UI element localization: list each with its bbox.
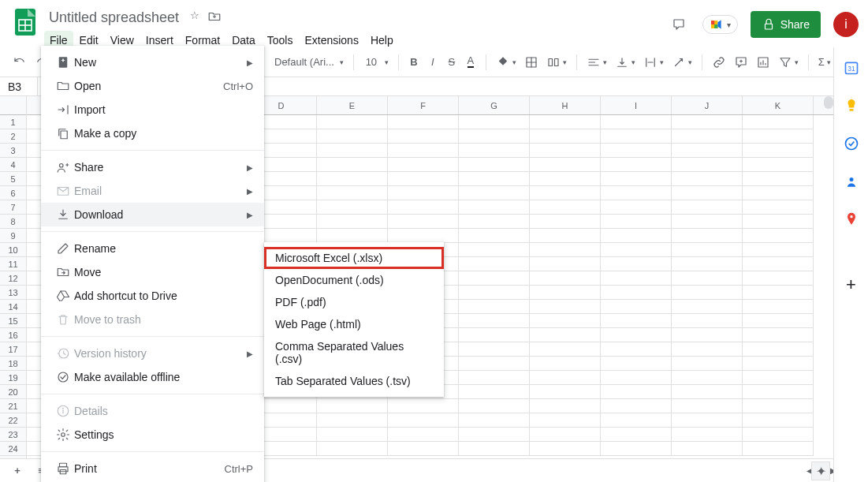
row-header[interactable]: 1 xyxy=(0,115,26,129)
download-icon xyxy=(52,207,74,222)
bold-button[interactable]: B xyxy=(405,53,423,72)
row-header[interactable]: 23 xyxy=(0,428,26,442)
row-header[interactable]: 20 xyxy=(0,385,26,399)
filter-button[interactable] xyxy=(775,53,802,72)
avatar[interactable]: i xyxy=(833,12,859,37)
contacts-icon[interactable] xyxy=(844,174,859,189)
row-header[interactable]: 7 xyxy=(0,200,26,215)
menu-move-trash[interactable]: Move to trash xyxy=(41,308,264,331)
move-to-folder-icon[interactable] xyxy=(207,9,222,26)
menu-tools[interactable]: Tools xyxy=(262,31,299,50)
row-header[interactable]: 15 xyxy=(0,314,26,328)
row-header[interactable]: 16 xyxy=(0,328,26,342)
menu-rename[interactable]: Rename xyxy=(41,237,264,260)
row-header[interactable]: 19 xyxy=(0,371,26,385)
download-html[interactable]: Web Page (.html) xyxy=(264,313,444,335)
row-header[interactable]: 24 xyxy=(0,442,26,456)
strikethrough-button[interactable]: S xyxy=(443,53,460,72)
submenu-arrow-icon: ▶ xyxy=(247,349,253,358)
share-button[interactable]: Share xyxy=(751,11,821,38)
column-header[interactable]: G xyxy=(459,96,530,114)
row-header[interactable]: 18 xyxy=(0,357,26,371)
menu-extensions[interactable]: Extensions xyxy=(299,31,363,50)
row-header[interactable]: 14 xyxy=(0,300,26,314)
insert-link-button[interactable] xyxy=(709,53,729,72)
menu-email[interactable]: Email ▶ xyxy=(41,179,264,203)
row-header[interactable]: 17 xyxy=(0,342,26,357)
text-color-button[interactable]: A xyxy=(462,53,479,72)
menu-details[interactable]: Details xyxy=(41,399,264,423)
menu-print[interactable]: Print Ctrl+P xyxy=(41,457,264,480)
row-header[interactable]: 3 xyxy=(0,144,26,158)
name-box[interactable]: B3 xyxy=(0,77,38,95)
maps-icon[interactable] xyxy=(844,211,859,227)
row-header[interactable]: 22 xyxy=(0,413,26,428)
font-size-selector[interactable]: 10 xyxy=(360,54,392,69)
star-icon[interactable]: ☆ xyxy=(190,9,199,26)
row-header[interactable]: 5 xyxy=(0,172,26,186)
tasks-icon[interactable] xyxy=(844,136,859,151)
menu-help[interactable]: Help xyxy=(365,31,399,50)
row-header[interactable]: 6 xyxy=(0,186,26,200)
add-sheet-button[interactable]: + xyxy=(6,461,28,480)
column-header[interactable]: K xyxy=(743,96,814,114)
svg-rect-9 xyxy=(554,58,558,65)
svg-point-35 xyxy=(58,372,68,382)
download-xlsx[interactable]: Microsoft Excel (.xlsx) xyxy=(264,247,444,269)
column-header[interactable]: E xyxy=(317,96,388,114)
download-tsv[interactable]: Tab Separated Values (.tsv) xyxy=(264,370,444,392)
svg-rect-28 xyxy=(59,57,68,68)
menu-share[interactable]: Share ▶ xyxy=(41,155,264,179)
row-header[interactable]: 10 xyxy=(0,243,26,257)
undo-button[interactable] xyxy=(9,53,30,72)
insert-chart-button[interactable] xyxy=(753,53,773,72)
row-header[interactable]: 2 xyxy=(0,129,26,144)
comments-icon[interactable] xyxy=(668,13,690,35)
menu-add-shortcut[interactable]: Add shortcut to Drive xyxy=(41,284,264,308)
menu-version-history[interactable]: Version history ▶ xyxy=(41,342,264,365)
explore-button[interactable]: ✦ xyxy=(811,461,830,480)
font-selector[interactable]: Default (Ari... xyxy=(271,54,347,69)
row-header[interactable]: 21 xyxy=(0,399,26,413)
menu-open[interactable]: Open Ctrl+O xyxy=(41,74,264,98)
horizontal-align-button[interactable] xyxy=(583,53,610,72)
menu-make-copy[interactable]: Make a copy xyxy=(41,121,264,145)
document-title[interactable]: Untitled spreadsheet xyxy=(44,8,184,28)
menu-download[interactable]: Download ▶ xyxy=(41,203,264,226)
merge-cells-button[interactable] xyxy=(543,53,570,72)
row-header[interactable]: 8 xyxy=(0,215,26,229)
row-header[interactable]: 11 xyxy=(0,257,26,271)
functions-button[interactable]: Σ xyxy=(815,53,834,72)
meet-button[interactable]: ▾ xyxy=(702,15,738,34)
text-wrap-button[interactable] xyxy=(640,53,667,72)
vertical-align-button[interactable] xyxy=(612,53,639,72)
add-ons-button[interactable]: + xyxy=(844,277,859,293)
svg-point-27 xyxy=(850,215,852,218)
insert-comment-button[interactable] xyxy=(731,53,751,72)
menu-new[interactable]: New ▶ xyxy=(41,50,264,74)
text-rotation-button[interactable] xyxy=(669,53,695,72)
row-header[interactable]: 4 xyxy=(0,158,26,172)
download-csv[interactable]: Comma Separated Values (.csv) xyxy=(264,335,444,370)
calendar-icon[interactable]: 31 xyxy=(844,60,859,76)
download-pdf[interactable]: PDF (.pdf) xyxy=(264,291,444,313)
vertical-scrollbar-thumb[interactable] xyxy=(824,96,833,109)
column-header[interactable]: J xyxy=(672,96,743,114)
column-header[interactable]: F xyxy=(388,96,459,114)
column-header[interactable]: I xyxy=(601,96,672,114)
select-all-corner[interactable] xyxy=(0,96,26,115)
italic-button[interactable]: I xyxy=(424,53,441,72)
menu-import[interactable]: Import xyxy=(41,98,264,121)
menu-move[interactable]: Move xyxy=(41,260,264,284)
sheets-logo[interactable] xyxy=(9,6,41,38)
fill-color-button[interactable] xyxy=(493,53,520,72)
menu-make-available-offline[interactable]: Make available offline xyxy=(41,365,264,389)
keep-icon[interactable] xyxy=(844,98,859,114)
row-header[interactable]: 13 xyxy=(0,286,26,300)
menu-settings[interactable]: Settings xyxy=(41,423,264,447)
column-header[interactable]: H xyxy=(530,96,601,114)
borders-button[interactable] xyxy=(521,53,542,72)
row-header[interactable]: 9 xyxy=(0,229,26,243)
row-header[interactable]: 12 xyxy=(0,271,26,286)
download-ods[interactable]: OpenDocument (.ods) xyxy=(264,269,444,291)
